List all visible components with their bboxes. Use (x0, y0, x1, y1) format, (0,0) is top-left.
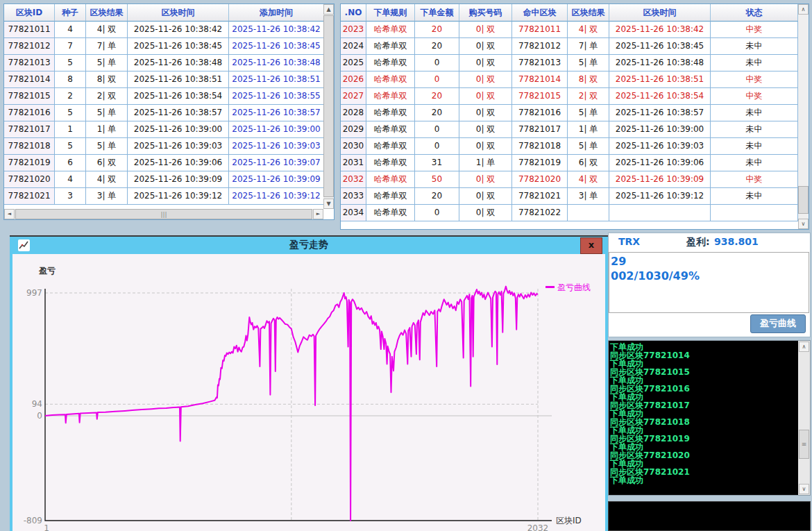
svg-text:0: 0 (37, 411, 42, 421)
scroll-left-button[interactable]: ◄ (4, 209, 15, 219)
table-row[interactable]: 2028哈希单双200| 双778210165| 单2025-11-26 10:… (341, 105, 798, 121)
close-icon[interactable]: x (580, 237, 602, 254)
table-cell: 中奖 (711, 22, 798, 38)
table-cell: 7 (55, 38, 86, 55)
table-cell: 2025-11-26 10:38:57 (609, 105, 711, 121)
table-cell: 0| 双 (459, 55, 512, 71)
table-row[interactable]: 7782101522| 双2025-11-26 10:38:542025-11-… (4, 88, 324, 105)
blocks-table-vscrollbar[interactable]: ▲ ▼ (323, 4, 334, 209)
account-info-header: TRX 盈利: 938.801 (609, 233, 810, 252)
column-header[interactable]: 状态 (711, 4, 798, 22)
table-row[interactable]: 2024哈希单双200| 双778210127| 单2025-11-26 10:… (341, 38, 798, 55)
table-cell: 2025-11-26 10:38:54 (128, 88, 229, 105)
orders-table-vscrollbar[interactable]: ∧ ∨ (798, 4, 809, 229)
log-lines: 下单成功同步区块77821014下单成功同步区块77821015下单成功同步区块… (609, 341, 810, 484)
column-header[interactable]: .NO (341, 4, 366, 22)
table-cell: 2025-11-26 10:39:12 (229, 188, 324, 205)
scroll-thumb[interactable]: ||| (15, 209, 312, 219)
table-cell: 哈希单双 (366, 171, 415, 188)
table-row[interactable]: 7782101144| 双2025-11-26 10:38:422025-11-… (4, 22, 324, 38)
table-cell: 0| 双 (459, 105, 512, 121)
table-cell: 2029 (341, 121, 366, 138)
terminal-scrollbar[interactable]: ∧ ≡ ∨ (798, 341, 810, 495)
scroll-down-button[interactable]: ∨ (799, 484, 809, 494)
table-cell: 4| 双 (86, 171, 128, 188)
table-cell: 2025-11-26 10:38:48 (128, 55, 229, 71)
scroll-up-button[interactable]: ∧ (799, 342, 809, 352)
table-cell: 6| 双 (568, 155, 609, 171)
table-cell: 2025-11-26 10:38:51 (128, 71, 229, 88)
app-root: 区块ID种子区块结果区块时间添加时间7782101144| 双2025-11-2… (0, 0, 812, 531)
table-cell: 未中 (711, 105, 798, 121)
blocks-table-hscrollbar[interactable]: ◄ ||| ► (4, 209, 323, 219)
chart-window-titlebar[interactable]: 盈亏走势 x (10, 237, 608, 254)
column-header[interactable]: 区块ID (4, 4, 55, 22)
table-cell: 哈希单双 (366, 205, 415, 221)
table-row[interactable]: 2026哈希单双00| 双778210148| 双2025-11-26 10:3… (341, 71, 798, 88)
profit-chart-window: 盈亏走势 x 997940-80912032盈亏区块ID盈亏曲线 (10, 235, 608, 531)
table-row[interactable]: 2023哈希单双200| 双778210114| 双2025-11-26 10:… (341, 22, 798, 38)
column-header[interactable]: 种子 (55, 4, 86, 22)
table-cell: 77821021 (4, 188, 55, 205)
table-cell: 4| 双 (568, 22, 609, 38)
scroll-up-button[interactable]: ▲ (323, 4, 334, 15)
profit-curve-button[interactable]: 盈亏曲线 (750, 314, 806, 333)
column-header[interactable]: 区块结果 (568, 4, 609, 22)
table-row[interactable]: 2034哈希单双00| 双77821022 (341, 205, 798, 221)
table-row[interactable]: 2029哈希单双00| 双778210171| 单2025-11-26 10:3… (341, 121, 798, 138)
blocks-table-panel: 区块ID种子区块结果区块时间添加时间7782101144| 双2025-11-2… (3, 3, 335, 220)
column-header[interactable]: 区块结果 (86, 4, 128, 22)
table-cell: 77821015 (4, 88, 55, 105)
scroll-down-button[interactable]: ∨ (798, 219, 809, 229)
stat-line-2: 002/1030/49% (611, 269, 809, 283)
table-cell: 77821022 (512, 205, 568, 221)
table-row[interactable]: 7782101966| 双2025-11-26 10:39:062025-11-… (4, 155, 324, 171)
table-cell: 中奖 (711, 71, 798, 88)
table-row[interactable]: 7782101277| 单2025-11-26 10:38:452025-11-… (4, 38, 324, 55)
table-cell: 2027 (341, 88, 366, 105)
column-header[interactable]: 区块时间 (609, 4, 711, 22)
table-cell: 2025 (341, 55, 366, 71)
profit-value: 938.801 (714, 236, 759, 247)
trx-label: TRX (618, 236, 640, 247)
table-row[interactable]: 7782102133| 单2025-11-26 10:39:122025-11-… (4, 188, 324, 205)
table-cell: 2| 双 (86, 88, 128, 105)
table-cell: 0 (415, 71, 459, 88)
table-row[interactable]: 2031哈希单双311| 单778210196| 双2025-11-26 10:… (341, 155, 798, 171)
table-cell: 2025-11-26 10:39:03 (609, 138, 711, 155)
table-row[interactable]: 7782101655| 单2025-11-26 10:38:572025-11-… (4, 105, 324, 121)
table-row[interactable]: 7782101488| 双2025-11-26 10:38:512025-11-… (4, 71, 324, 88)
column-header[interactable]: 区块时间 (128, 4, 229, 22)
scroll-thumb[interactable] (323, 15, 334, 197)
table-cell: 2023 (341, 22, 366, 38)
table-row[interactable]: 2030哈希单双00| 双778210185| 单2025-11-26 10:3… (341, 138, 798, 155)
table-row[interactable]: 2033哈希单双200| 双778210213| 单2025-11-26 10:… (341, 188, 798, 205)
table-cell: 77821018 (512, 138, 568, 155)
table-cell: 2025-11-26 10:39:09 (128, 171, 229, 188)
scroll-right-button[interactable]: ► (313, 209, 323, 219)
table-row[interactable]: 7782102044| 双2025-11-26 10:39:092025-11-… (4, 171, 324, 188)
scroll-thumb[interactable]: ≡ (799, 430, 809, 459)
table-row[interactable]: 7782101855| 单2025-11-26 10:39:032025-11-… (4, 138, 324, 155)
table-row[interactable]: 7782101711| 单2025-11-26 10:39:002025-11-… (4, 121, 324, 138)
table-cell: 2025-11-26 10:38:54 (609, 88, 711, 105)
column-header[interactable]: 命中区块 (512, 4, 568, 22)
table-row[interactable]: 7782101355| 单2025-11-26 10:38:482025-11-… (4, 55, 324, 71)
column-header[interactable]: 下单金额 (415, 4, 459, 22)
column-header[interactable]: 下单规则 (366, 4, 415, 22)
table-row[interactable]: 2027哈希单双200| 双778210152| 双2025-11-26 10:… (341, 88, 798, 105)
table-cell: 77821013 (4, 55, 55, 71)
table-cell: 77821013 (512, 55, 568, 71)
table-cell: 2 (55, 88, 86, 105)
table-cell: 1| 单 (568, 121, 609, 138)
scroll-thumb[interactable] (798, 186, 809, 214)
table-cell: 7| 单 (86, 38, 128, 55)
table-cell (609, 205, 711, 221)
table-row[interactable]: 2025哈希单双00| 双778210135| 单2025-11-26 10:3… (341, 55, 798, 71)
column-header[interactable]: 添加时间 (229, 4, 324, 22)
table-row[interactable]: 2032哈希单双500| 双778210204| 双2025-11-26 10:… (341, 171, 798, 188)
table-cell: 1| 单 (86, 121, 128, 138)
column-header[interactable]: 购买号码 (459, 4, 512, 22)
scroll-down-button[interactable]: ▼ (323, 199, 334, 209)
scroll-up-button[interactable]: ∧ (798, 4, 809, 15)
